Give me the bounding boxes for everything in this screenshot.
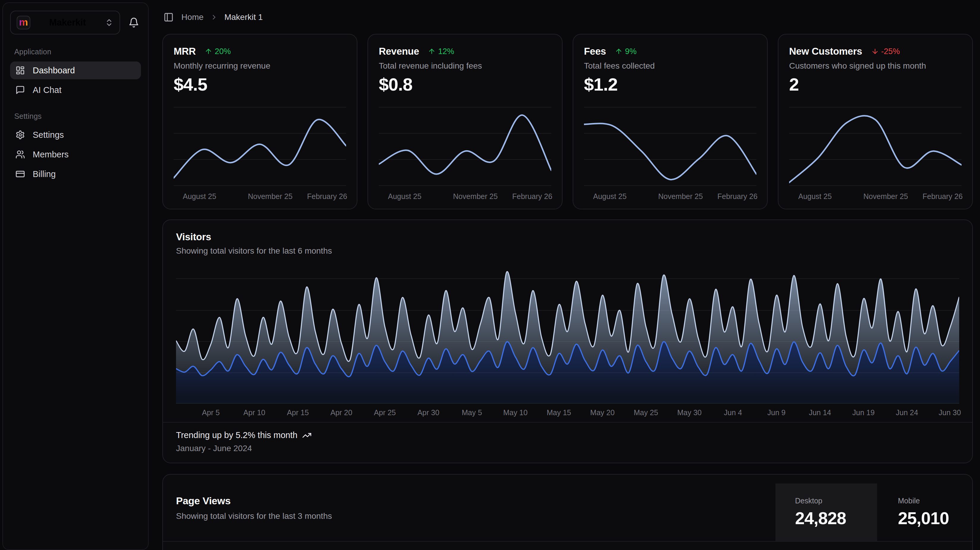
x-axis-label: May 15: [547, 408, 571, 417]
visitors-footer: Trending up by 5.2% this month January -…: [163, 422, 972, 463]
sidebar-item-label: Settings: [33, 130, 64, 140]
stat-title: New Customers: [789, 46, 862, 57]
stat-change-badge: 9%: [615, 47, 636, 56]
sidebar-section-application: Application: [14, 48, 141, 56]
stat-card-row: MRR 20% Monthly recurring revenue $4.5 A…: [162, 34, 973, 209]
desktop-value: 24,828: [795, 508, 877, 528]
stat-value: $1.2: [584, 74, 756, 95]
sparkline-x-axis: August 25November 25February 26: [379, 188, 551, 201]
sidebar-section-settings: Settings: [14, 112, 141, 120]
sidebar-item-ai-chat[interactable]: AI Chat: [10, 81, 141, 99]
workspace-selector[interactable]: m Makerkit: [10, 11, 120, 35]
x-axis-label: Jun 30: [939, 408, 961, 417]
visitors-x-axis: Apr 5Apr 10Apr 15Apr 20Apr 25Apr 30May 5…: [176, 404, 959, 422]
stat-change-badge: -25%: [871, 47, 900, 56]
x-axis-label: February 26: [307, 192, 347, 201]
trend-text: Trending up by 5.2% this month: [176, 430, 298, 440]
x-axis-label: August 25: [798, 192, 832, 201]
mobile-value: 25,010: [898, 508, 972, 528]
sidebar-item-billing[interactable]: Billing: [10, 165, 141, 183]
sidebar-item-label: Members: [33, 150, 69, 160]
sidebar-item-label: AI Chat: [33, 85, 62, 95]
visitors-area-chart[interactable]: [163, 269, 972, 404]
x-axis-label: February 26: [718, 192, 757, 201]
x-axis-label: Jun 9: [767, 408, 786, 417]
x-axis-label: Jun 19: [853, 408, 875, 417]
new-customers-sparkline-chart[interactable]: August 25November 25February 26: [789, 105, 962, 201]
stat-value: $4.5: [173, 74, 346, 95]
users-icon: [16, 150, 25, 159]
main-content: Home Makerkit 1 MRR 20% Monthly recurrin…: [151, 0, 980, 550]
mobile-toggle-button[interactable]: Mobile 25,010: [877, 483, 972, 541]
x-axis-label: August 25: [183, 192, 216, 201]
stat-card-fees: Fees 9% Total fees collected $1.2 August…: [573, 34, 768, 209]
stat-card-revenue: Revenue 12% Total revenue including fees…: [368, 34, 563, 209]
stat-value: 2: [789, 74, 962, 95]
stat-value: $0.8: [379, 74, 551, 95]
sidebar-item-dashboard[interactable]: Dashboard: [10, 62, 141, 79]
arrow-down-icon: [871, 48, 879, 55]
sparkline-x-axis: August 25November 25February 26: [173, 188, 346, 201]
stat-card-mrr: MRR 20% Monthly recurring revenue $4.5 A…: [162, 34, 357, 209]
x-axis-label: November 25: [658, 192, 703, 201]
chevrons-up-down-icon: [105, 18, 114, 27]
x-axis-label: Apr 20: [330, 408, 352, 417]
trending-up-icon: [302, 431, 312, 440]
makerkit-logo: m: [17, 16, 30, 29]
breadcrumb-home-link[interactable]: Home: [181, 13, 204, 22]
stat-subtitle: Total fees collected: [584, 61, 756, 71]
sidebar-toggle-button[interactable]: [162, 11, 175, 24]
stat-card-new-customers: New Customers -25% Customers who signed …: [778, 34, 973, 209]
arrow-up-icon: [615, 48, 623, 55]
bell-icon: [129, 17, 139, 28]
stat-subtitle: Total revenue including fees: [379, 61, 551, 71]
visitors-subtitle: Showing total visitors for the last 6 mo…: [176, 246, 959, 256]
desktop-label: Desktop: [795, 496, 877, 505]
desktop-toggle-button[interactable]: Desktop 24,828: [775, 483, 877, 541]
sidebar-item-label: Dashboard: [33, 66, 75, 75]
chat-icon: [16, 85, 25, 95]
workspace-name: Makerkit: [36, 17, 99, 28]
page-views-title: Page Views: [176, 495, 762, 507]
stat-change-badge: 12%: [428, 47, 454, 56]
x-axis-label: Jun 14: [809, 408, 831, 417]
x-axis-label: Apr 10: [243, 408, 266, 417]
stat-subtitle: Monthly recurring revenue: [173, 61, 346, 71]
gear-icon: [16, 130, 25, 139]
arrow-up-icon: [205, 48, 212, 55]
x-axis-label: Apr 25: [374, 408, 396, 417]
stat-subtitle: Customers who signed up this month: [789, 61, 962, 71]
visitors-card: Visitors Showing total visitors for the …: [162, 219, 973, 463]
date-range-text: January - June 2024: [176, 444, 959, 453]
x-axis-label: Jun 24: [896, 408, 918, 417]
x-axis-label: February 26: [923, 192, 963, 201]
breadcrumb-current-page: Makerkit 1: [224, 13, 263, 22]
stat-change-badge: 20%: [205, 47, 231, 56]
notifications-button[interactable]: [127, 16, 141, 30]
sidebar-item-settings[interactable]: Settings: [10, 126, 141, 144]
stat-title: Revenue: [379, 46, 419, 57]
sparkline-x-axis: August 25November 25February 26: [584, 188, 756, 201]
logo-letter: m: [19, 17, 28, 27]
fees-sparkline-chart[interactable]: August 25November 25February 26: [584, 105, 756, 201]
sidebar-item-label: Billing: [33, 169, 56, 179]
x-axis-label: Jun 4: [724, 408, 742, 417]
sidebar: m Makerkit Application Dashboard AI Chat…: [2, 2, 149, 550]
x-axis-label: May 20: [590, 408, 614, 417]
x-axis-label: Apr 5: [202, 408, 220, 417]
mobile-label: Mobile: [898, 496, 972, 505]
mrr-sparkline-chart[interactable]: August 25November 25February 26: [173, 105, 346, 201]
stat-title: Fees: [584, 46, 606, 57]
page-views-subtitle: Showing total visitors for the last 3 mo…: [176, 511, 762, 521]
sparkline-x-axis: August 25November 25February 26: [789, 188, 962, 201]
x-axis-label: November 25: [248, 192, 293, 201]
sidebar-item-members[interactable]: Members: [10, 146, 141, 163]
x-axis-label: August 25: [593, 192, 627, 201]
x-axis-label: August 25: [388, 192, 422, 201]
dashboard-icon: [16, 66, 25, 75]
visitors-title: Visitors: [176, 231, 959, 243]
revenue-sparkline-chart[interactable]: August 25November 25February 26: [379, 105, 551, 201]
x-axis-label: May 30: [677, 408, 702, 417]
x-axis-label: November 25: [453, 192, 498, 201]
x-axis-label: Apr 30: [417, 408, 439, 417]
